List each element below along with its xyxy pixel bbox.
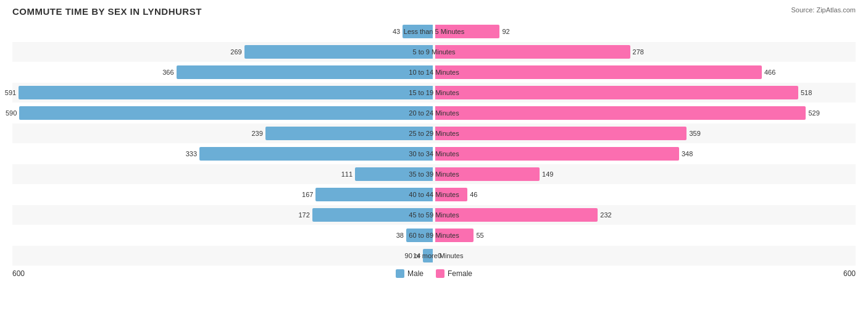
val-female: 92 (502, 28, 509, 35)
bar-male: 239 (265, 127, 433, 140)
legend-male-label: Male (407, 269, 424, 278)
table-row: 14 90 or more Minutes 0 (12, 246, 856, 266)
val-male: 333 (186, 150, 197, 157)
val-female: 232 (600, 211, 611, 219)
val-female: 46 (470, 191, 477, 198)
bar-female: 278 (435, 45, 630, 59)
val-male: 14 (413, 252, 420, 259)
table-row: 38 60 to 89 Minutes 55 (12, 225, 856, 245)
bar-male: 43 (403, 25, 433, 38)
val-female: 149 (542, 170, 553, 178)
table-row: 172 45 to 59 Minutes 232 (12, 205, 856, 225)
val-female: 0 (438, 252, 441, 259)
bar-female: 466 (435, 65, 762, 79)
bottom-area: 600 Male Female 600 (12, 269, 856, 278)
bar-female: 92 (435, 25, 499, 38)
val-male: 172 (298, 211, 309, 219)
val-male: 167 (302, 191, 313, 198)
bar-male: 38 (406, 229, 433, 242)
val-male: 591 (5, 89, 16, 96)
table-row: 333 30 to 34 Minutes 348 (12, 144, 856, 164)
bar-male: 591 (19, 86, 433, 99)
table-row: 239 25 to 29 Minutes 359 (12, 124, 856, 143)
bar-female: 359 (435, 127, 686, 140)
val-male: 366 (162, 69, 173, 76)
axis-right-label: 600 (843, 269, 856, 278)
val-female: 518 (801, 89, 812, 96)
bars-area: 43 Less than 5 Minutes 92 269 5 to 9 Min… (12, 22, 856, 266)
val-male: 269 (230, 48, 241, 56)
bar-female: 348 (435, 147, 679, 161)
legend-female-label: Female (448, 269, 472, 278)
axis-left-label: 600 (12, 269, 25, 278)
val-female: 278 (633, 48, 644, 56)
bar-female: 232 (435, 208, 598, 222)
legend-female-box (436, 269, 444, 278)
table-row: 269 5 to 9 Minutes 278 (12, 42, 856, 62)
val-male: 38 (396, 232, 404, 239)
table-row: 111 35 to 39 Minutes 149 (12, 164, 856, 184)
table-row: 591 15 to 19 Minutes 518 (12, 83, 856, 103)
table-row: 167 40 to 44 Minutes 46 (12, 185, 856, 204)
chart-title: COMMUTE TIME BY SEX IN LYNDHURST (12, 6, 856, 17)
bar-male: 167 (315, 188, 433, 201)
legend-female: Female (436, 269, 472, 278)
val-male: 111 (341, 170, 353, 178)
bar-male: 366 (177, 65, 433, 79)
table-row: 366 10 to 14 Minutes 466 (12, 62, 856, 82)
val-female: 529 (808, 109, 819, 117)
bar-male: 172 (312, 208, 433, 222)
table-row: 590 20 to 24 Minutes 529 (12, 103, 856, 123)
val-female: 348 (682, 150, 693, 157)
val-male: 239 (251, 130, 262, 137)
legend: Male Female (396, 269, 472, 278)
table-row: 43 Less than 5 Minutes 92 (12, 22, 856, 41)
bar-male: 111 (355, 167, 433, 181)
bar-male: 590 (19, 106, 433, 120)
bar-female: 529 (435, 106, 806, 120)
source-label: Source: ZipAtlas.com (791, 6, 856, 14)
bar-female: 149 (435, 167, 540, 181)
bar-male: 14 (423, 249, 433, 262)
val-female: 466 (764, 69, 775, 76)
bar-female: 46 (435, 188, 467, 201)
bar-male: 269 (244, 45, 433, 59)
bar-male: 333 (199, 147, 433, 161)
val-female: 359 (689, 130, 700, 137)
legend-male: Male (396, 269, 424, 278)
val-female: 55 (476, 232, 483, 239)
val-male: 43 (393, 28, 400, 35)
legend-male-box (396, 269, 404, 278)
bar-female: 55 (435, 229, 474, 242)
chart-container: COMMUTE TIME BY SEX IN LYNDHURST Source:… (0, 0, 868, 323)
bar-female: 518 (435, 86, 798, 99)
val-male: 590 (6, 109, 17, 117)
